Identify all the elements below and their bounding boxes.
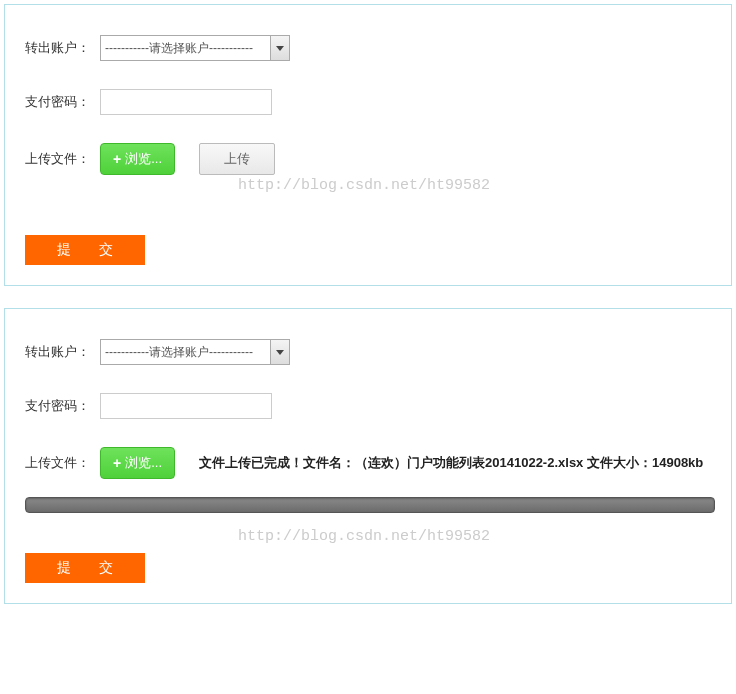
upload-button[interactable]: 上传 (199, 143, 275, 175)
form-panel-1: 转出账户： -----------请选择账户----------- 支付密码： … (4, 4, 732, 286)
account-row: 转出账户： -----------请选择账户----------- (25, 339, 711, 365)
account-label: 转出账户： (25, 39, 100, 57)
password-label: 支付密码： (25, 397, 100, 415)
upload-row: 上传文件： + 浏览... 文件上传已完成！文件名：（连欢）门户功能列表2014… (25, 447, 711, 479)
account-select-wrap: -----------请选择账户----------- (100, 339, 290, 365)
browse-button[interactable]: + 浏览... (100, 143, 175, 175)
upload-row: 上传文件： + 浏览... 上传 (25, 143, 711, 175)
submit-button[interactable]: 提交 (25, 235, 145, 265)
account-label: 转出账户： (25, 343, 100, 361)
plus-icon: + (113, 151, 121, 167)
upload-progress-bar (25, 497, 715, 513)
upload-button-label: 上传 (224, 150, 250, 168)
submit-button[interactable]: 提交 (25, 553, 145, 583)
account-row: 转出账户： -----------请选择账户----------- (25, 35, 711, 61)
password-input[interactable] (100, 89, 272, 115)
browse-button-label: 浏览... (125, 150, 162, 168)
form-panel-2: 转出账户： -----------请选择账户----------- 支付密码： … (4, 308, 732, 604)
password-label: 支付密码： (25, 93, 100, 111)
account-select-wrap: -----------请选择账户----------- (100, 35, 290, 61)
account-select[interactable]: -----------请选择账户----------- (100, 339, 290, 365)
upload-label: 上传文件： (25, 454, 100, 472)
browse-button-label: 浏览... (125, 454, 162, 472)
upload-label: 上传文件： (25, 150, 100, 168)
password-input[interactable] (100, 393, 272, 419)
browse-button[interactable]: + 浏览... (100, 447, 175, 479)
password-row: 支付密码： (25, 393, 711, 419)
account-select[interactable]: -----------请选择账户----------- (100, 35, 290, 61)
plus-icon: + (113, 455, 121, 471)
upload-status-text: 文件上传已完成！文件名：（连欢）门户功能列表20141022-2.xlsx 文件… (199, 454, 703, 472)
password-row: 支付密码： (25, 89, 711, 115)
